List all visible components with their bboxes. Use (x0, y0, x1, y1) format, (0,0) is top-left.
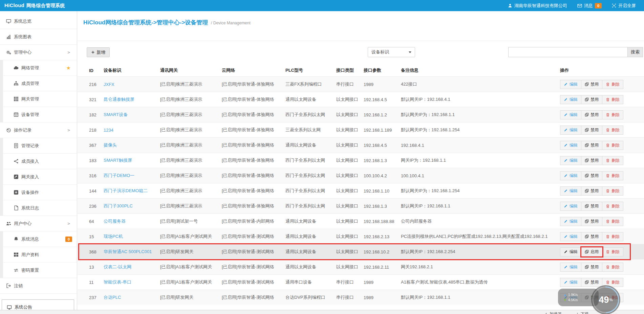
search-button[interactable]: 搜索 (627, 47, 643, 57)
edit-button[interactable]: 编辑 (560, 126, 581, 135)
edit-button[interactable]: 编辑 (560, 186, 581, 196)
edit-button[interactable]: 编辑 (560, 95, 581, 104)
table-row-device-236[interactable]: 236西门子300PLC[已启用]株洲三菱演示[已启用]华辰智通-体验网络西门子… (78, 198, 644, 214)
device-name-link[interactable]: 现场PC机 (104, 233, 160, 240)
device-name-link[interactable]: 华辰智通AC 500PLC001 (104, 249, 160, 255)
device-name-link[interactable]: 西门子演示DEMO箱二 (104, 188, 160, 194)
delete-button[interactable]: 删除 (602, 263, 623, 272)
device-name-link[interactable]: 西门子DEMO一 (104, 173, 160, 179)
account-menu[interactable]: 湖南华辰智通科技有限公司 (508, 3, 567, 9)
delete-button[interactable]: 删除 (602, 80, 623, 89)
device-name-link[interactable]: 摄像头 (104, 142, 160, 148)
disable-button[interactable]: 禁用 (581, 126, 602, 135)
delete-button[interactable]: 删除 (602, 247, 623, 256)
edit-button[interactable]: 编辑 (560, 247, 581, 256)
disable-button[interactable]: 禁用 (581, 156, 602, 165)
edit-button[interactable]: 编辑 (560, 171, 581, 180)
table-row-device-183[interactable]: 183SMART触摸屏[已启用]株洲三菱演示[已启用]华辰智通-体验网络西门子全… (78, 153, 644, 168)
delete-button[interactable]: 删除 (602, 156, 623, 165)
table-row-device-13[interactable]: 13仪表二-以太网[已启用]A1栋客户测试网关[已启用]华辰智通-测试网络通用以… (78, 259, 644, 274)
cell-remark: 100.100.4.1 (401, 173, 560, 178)
edit-button[interactable]: 编辑 (560, 232, 581, 241)
device-name-link[interactable]: 1234 (104, 128, 160, 133)
fullscreen-button[interactable]: 开启全屏 (612, 3, 636, 9)
messages-menu[interactable]: 消息 0 (577, 3, 602, 9)
sidebar-item-device-mgmt[interactable]: 设备管理 (0, 107, 77, 122)
edit-button[interactable]: 编辑 (560, 217, 581, 226)
delete-button[interactable]: 删除 (602, 186, 623, 196)
sidebar-item-logout[interactable]: 注销 (0, 278, 77, 294)
device-name-link[interactable]: 公司服务器 (104, 218, 160, 224)
sidebar-item-op-records[interactable]: 操作记录> (0, 122, 77, 138)
sidebar-item-member-mgmt[interactable]: 成员管理 (0, 76, 77, 91)
enable-button[interactable]: 启用 (581, 247, 602, 256)
memory-usage-ball[interactable]: 49 % (591, 285, 620, 314)
edit-button[interactable]: 编辑 (560, 156, 581, 165)
table-row-device-182[interactable]: 182SMART设备[已启用]株洲三菱演示[已启用]华辰智通-体验网络西门子全系… (78, 107, 644, 122)
sidebar-item-system-charts[interactable]: 系统图表 (0, 29, 77, 45)
edit-button[interactable]: 编辑 (560, 141, 581, 150)
disable-button[interactable]: 禁用 (581, 186, 602, 196)
edit-button[interactable]: 编辑 (560, 110, 581, 119)
sidebar-item-password-reset[interactable]: 密码重置 (0, 263, 77, 278)
table-row-device-64[interactable]: 64公司服务器[已启用]测试架一号[已启用]华辰智通-内部网络通用以太网设备以太… (78, 214, 644, 229)
sidebar-item-admin-records[interactable]: 管理记录 (0, 138, 77, 154)
table-row-device-15[interactable]: 15现场PC机[已启用]A1栋客户测试网关[已启用]华辰智通-测试网络通用以太网… (78, 229, 644, 244)
sidebar-item-gateway-access[interactable]: 网关接入 (0, 169, 77, 185)
disable-button[interactable]: 禁用 (581, 95, 602, 104)
edit-button[interactable]: 编辑 (560, 278, 581, 287)
sidebar-item-member-access[interactable]: 成员接入 (0, 154, 77, 169)
delete-button[interactable]: 删除 (602, 141, 623, 150)
device-name-link[interactable]: 台达PLC (104, 294, 160, 300)
disable-button[interactable]: 禁用 (581, 141, 602, 150)
edit-button[interactable]: 编辑 (560, 202, 581, 211)
device-name-link[interactable]: JXFX (104, 82, 160, 87)
disable-button[interactable]: 禁用 (581, 110, 602, 119)
device-name-link[interactable]: 西门子300PLC (104, 203, 160, 209)
add-device-button[interactable]: 新增 (87, 47, 110, 57)
delete-button[interactable]: 删除 (602, 171, 623, 180)
table-row-device-321[interactable]: 321昆仑通泰触摸屏[已启用]株洲三菱演示[已启用]华辰智通-体验网络通用以太网… (78, 92, 644, 107)
device-name-link[interactable]: SMART触摸屏 (104, 157, 160, 163)
sidebar-item-gateway-mgmt[interactable]: 网关管理 (0, 91, 77, 107)
device-name-link[interactable]: 仪表二-以太网 (104, 264, 160, 270)
disable-button[interactable]: 禁用 (581, 217, 602, 226)
device-name-link[interactable]: 昆仑通泰触摸屏 (104, 96, 160, 103)
delete-button[interactable]: 删除 (602, 232, 623, 241)
table-row-device-367[interactable]: 367摄像头[已启用]株洲三菱演示[已启用]华辰智通-体验网络通用以太网设备以太… (78, 137, 644, 153)
announcement-icon (7, 305, 12, 310)
sidebar-item-admin-center[interactable]: 管理中心> (0, 45, 77, 60)
disable-button[interactable]: 禁用 (581, 202, 602, 211)
sidebar-item-user-center[interactable]: 用户中心> (0, 216, 77, 231)
delete-button[interactable]: 删除 (602, 202, 623, 211)
disable-button[interactable]: 禁用 (581, 171, 602, 180)
sidebar-item-device-ops[interactable]: 设备操作 (0, 185, 77, 200)
disable-button[interactable]: 禁用 (581, 232, 602, 241)
sidebar-item-network-mgmt[interactable]: 网络管理★ (0, 60, 77, 76)
download-button[interactable]: 下载 (576, 311, 589, 314)
search-input[interactable] (508, 47, 627, 57)
disable-button[interactable]: 禁用 (581, 80, 602, 89)
delete-button[interactable]: 删除 (602, 217, 623, 226)
table-row-device-144[interactable]: 144西门子演示DEMO箱二[已启用]株洲三菱演示[已启用]华辰智通-体验网络西… (78, 183, 644, 198)
cell-id: 237 (89, 295, 104, 300)
accelerator-button[interactable]: 加速器 (544, 311, 562, 314)
table-row-device-368[interactable]: 368华辰智通AC 500PLC001[已启用]研发网关[已启用]华辰智通-测试… (78, 244, 644, 259)
table-row-device-11[interactable]: 11智能仪表-串口[已启用]A1栋客户测试网关[已启用]华辰智通-测试网络通用串… (78, 274, 644, 290)
delete-button[interactable]: 删除 (602, 126, 623, 135)
table-row-device-316[interactable]: 316西门子DEMO一[已启用]株洲三菱演示[已启用]华辰智通-体验网络西门子全… (78, 168, 644, 183)
filter-field-select[interactable]: 设备标识 (368, 47, 415, 57)
sidebar-item-user-profile[interactable]: 用户资料 (0, 247, 77, 263)
delete-button[interactable]: 删除 (602, 95, 623, 104)
edit-button[interactable]: 编辑 (560, 263, 581, 272)
sidebar-item-system-messages[interactable]: 系统消息0 (0, 231, 77, 247)
delete-button[interactable]: 删除 (602, 110, 623, 119)
device-name-link[interactable]: 智能仪表-串口 (104, 279, 160, 285)
table-row-device-216[interactable]: 216JXFX[已启用]株洲三菱演示[已启用]华辰智通-体验网络三菱FX系列编程… (78, 76, 644, 92)
table-row-device-218[interactable]: 2181234[已启用]株洲三菱演示[已启用]华辰智通-体验网络三菱全系列以太网… (78, 122, 644, 137)
sidebar-item-system-overview[interactable]: 系统总览 (0, 14, 77, 29)
device-name-link[interactable]: SMART设备 (104, 112, 160, 118)
sidebar-item-system-logs[interactable]: 系统日志 (0, 200, 77, 216)
edit-button[interactable]: 编辑 (560, 80, 581, 89)
disable-button[interactable]: 禁用 (581, 263, 602, 272)
